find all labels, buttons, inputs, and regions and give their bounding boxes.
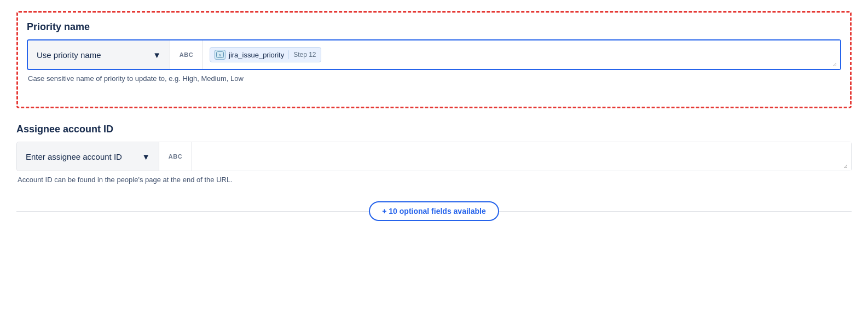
assignee-title: Assignee account ID [16, 124, 852, 135]
divider-right [499, 211, 852, 212]
priority-name-type-cell: ABC [170, 40, 203, 69]
resize-handle-icon[interactable]: ⊿ [843, 163, 850, 170]
priority-name-field-row: Use priority name ▼ ABC x jira_issue_pri… [27, 39, 841, 70]
assignee-type-cell: ABC [159, 142, 192, 171]
priority-name-type-label: ABC [180, 51, 193, 58]
priority-name-token[interactable]: x jira_issue_priority Step 12 [210, 47, 321, 62]
assignee-textarea[interactable] [199, 147, 844, 166]
optional-fields-button[interactable]: + 10 optional fields available [369, 201, 499, 221]
priority-name-title: Priority name [27, 21, 841, 33]
assignee-field-row: Enter assignee account ID ▼ ABC ⊿ [16, 142, 852, 171]
priority-name-dropdown[interactable]: Use priority name ▼ [28, 40, 170, 69]
resize-handle-icon[interactable]: ⊿ [832, 61, 839, 68]
svg-text:x: x [218, 53, 221, 57]
priority-name-textarea[interactable] [326, 45, 834, 65]
priority-name-dropdown-label: Use priority name [37, 50, 101, 60]
divider-left [16, 211, 369, 212]
priority-name-field-group: Priority name Use priority name ▼ ABC x [27, 21, 841, 83]
priority-name-input-cell[interactable]: x jira_issue_priority Step 12 ⊿ [203, 40, 840, 69]
assignee-dropdown[interactable]: Enter assignee account ID ▼ [17, 142, 159, 171]
priority-name-section: Priority name Use priority name ▼ ABC x [16, 11, 852, 108]
assignee-type-label: ABC [169, 153, 182, 160]
chevron-down-icon: ▼ [153, 50, 161, 60]
token-variable-name: jira_issue_priority [229, 51, 284, 59]
assignee-dropdown-label: Enter assignee account ID [26, 152, 122, 161]
token-step-label: Step 12 [293, 51, 316, 59]
assignee-input-cell[interactable]: ⊿ [192, 142, 851, 171]
assignee-helper-text: Account ID can be found in the people's … [16, 176, 852, 184]
variable-icon: x [215, 50, 225, 60]
token-divider [288, 50, 289, 59]
chevron-down-icon: ▼ [142, 152, 150, 161]
assignee-section: Assignee account ID Enter assignee accou… [16, 124, 852, 184]
optional-fields-area: + 10 optional fields available [16, 201, 852, 221]
priority-name-helper-text: Case sensitive name of priority to updat… [27, 74, 841, 83]
